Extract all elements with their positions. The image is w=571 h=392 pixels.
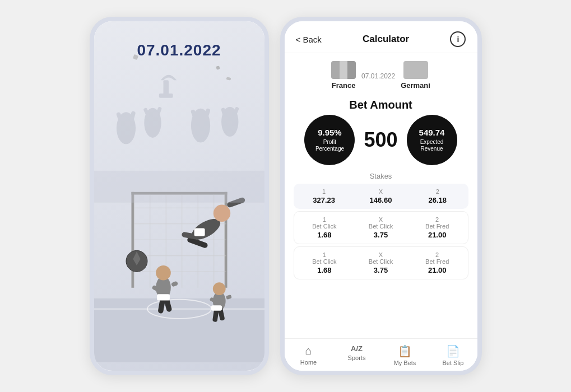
stakes-row-3: 1Bet Click 1.68 XBet Click 3.75 2Bet Fre…	[294, 246, 468, 279]
calc-header: < Back Calculator i	[285, 21, 477, 53]
revenue-value: 549.74	[419, 128, 445, 138]
svg-point-33	[213, 205, 230, 222]
team2-item: Germani	[401, 61, 430, 90]
cell-top: 1	[296, 188, 352, 195]
cell-bottom: 26.18	[409, 196, 466, 204]
cell-top: X	[352, 188, 409, 195]
revenue-circle: 549.74 ExpectedRevenue	[407, 115, 457, 165]
calculator-title: Calculator	[363, 34, 409, 45]
bet-amount: 500	[364, 130, 397, 150]
nav-sports[interactable]: A/Z Sports	[333, 344, 381, 366]
betslip-label: Bet Slip	[443, 360, 464, 366]
cell-top: 2Bet Fred	[409, 251, 466, 265]
info-button[interactable]: i	[450, 31, 466, 47]
nav-mybets[interactable]: 📋 My Bets	[381, 344, 429, 366]
left-phone: 07.01.2022	[90, 17, 269, 375]
profit-label: ProfitPercentage	[315, 139, 344, 152]
stakes-cell-3-1: 1Bet Click 1.68	[296, 251, 353, 274]
left-phone-date: 07.01.2022	[137, 41, 221, 59]
svg-rect-55	[94, 171, 264, 203]
mybets-label: My Bets	[394, 360, 416, 366]
home-icon: ⌂	[305, 344, 312, 357]
stakes-cell-3-3: 2Bet Fred 21.00	[409, 251, 466, 274]
bet-title: Bet Amount	[294, 99, 468, 111]
stakes-cell-2-2: XBet Click 3.75	[352, 216, 409, 239]
svg-point-46	[212, 283, 225, 296]
bet-circles-row: 9.95% ProfitPercentage 500 549.74 Expect…	[294, 115, 468, 165]
svg-rect-51	[211, 306, 222, 311]
cell-bottom: 1.68	[296, 231, 353, 239]
page-wrapper: 07.01.2022	[0, 0, 571, 392]
cell-top: 2	[409, 188, 466, 195]
svg-rect-44	[157, 295, 170, 301]
svg-rect-17	[131, 192, 134, 288]
soccer-scene	[94, 56, 264, 371]
cell-top: 2Bet Fred	[409, 216, 466, 230]
profit-circle: 9.95% ProfitPercentage	[304, 115, 355, 165]
cell-top: 1Bet Click	[296, 251, 353, 265]
cell-top: 1Bet Click	[296, 216, 353, 230]
cell-bottom: 1.68	[296, 266, 353, 274]
svg-rect-37	[194, 228, 205, 236]
svg-point-39	[156, 265, 171, 281]
cell-bottom: 3.75	[352, 266, 409, 274]
cell-top: XBet Click	[352, 216, 409, 230]
team2-name: Germani	[401, 81, 430, 90]
betslip-icon: 📄	[446, 344, 460, 358]
france-flag	[331, 61, 356, 79]
sports-label: Sports	[348, 354, 366, 361]
stakes-cell-1-3: 2 26.18	[409, 188, 466, 204]
nav-betslip[interactable]: 📄 Bet Slip	[429, 344, 477, 366]
svg-rect-41	[170, 281, 178, 287]
stakes-row-2: 1Bet Click 1.68 XBet Click 3.75 2Bet Fre…	[294, 211, 468, 244]
stakes-cell-2-1: 1Bet Click 1.68	[296, 216, 353, 239]
home-label: Home	[300, 359, 317, 366]
match-center: 07.01.2022	[361, 71, 395, 80]
team1-item: France	[331, 61, 356, 90]
stakes-cell-3-2: XBet Click 3.75	[352, 251, 409, 274]
sports-icon: A/Z	[351, 344, 363, 353]
mybets-icon: 📋	[398, 344, 412, 358]
stakes-cell-2-3: 2Bet Fred 21.00	[409, 216, 466, 239]
right-phone: < Back Calculator i France 07.01.2022 Ge…	[280, 17, 482, 375]
nav-home[interactable]: ⌂ Home	[285, 344, 333, 366]
cell-bottom: 21.00	[409, 231, 466, 239]
cell-bottom: 146.60	[352, 196, 409, 204]
bet-section: Bet Amount 9.95% ProfitPercentage 500 54…	[285, 93, 477, 170]
cell-bottom: 3.75	[352, 231, 409, 239]
teams-row: France 07.01.2022 Germani	[285, 53, 477, 93]
svg-rect-1	[159, 94, 173, 98]
svg-rect-14	[94, 298, 264, 362]
stakes-cell-1-2: X 146.60	[352, 188, 409, 204]
cell-top: XBet Click	[352, 251, 409, 265]
stakes-label: Stakes	[294, 172, 468, 180]
team1-name: France	[332, 81, 356, 90]
profit-value: 9.95%	[318, 128, 342, 138]
stakes-section: Stakes 1 327.23 X 146.60 2 26.18	[285, 170, 477, 338]
stakes-row-1: 1 327.23 X 146.60 2 26.18	[294, 184, 468, 209]
cell-bottom: 21.00	[409, 266, 466, 274]
back-button[interactable]: < Back	[296, 35, 322, 44]
revenue-label: ExpectedRevenue	[420, 139, 444, 152]
stakes-cell-1-1: 1 327.23	[296, 188, 352, 204]
match-date: 07.01.2022	[361, 72, 395, 80]
germany-flag	[403, 61, 428, 79]
cell-bottom: 327.23	[296, 196, 352, 204]
bottom-nav: ⌂ Home A/Z Sports 📋 My Bets 📄 Bet Slip	[285, 338, 477, 371]
